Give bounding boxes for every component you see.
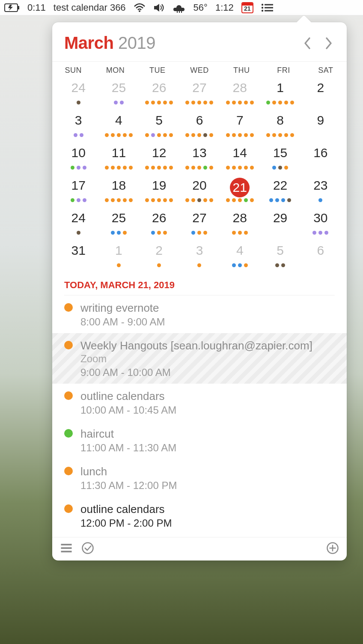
svg-rect-12 (61, 544, 72, 546)
event-dots (260, 133, 300, 137)
event-dot (284, 166, 288, 170)
day-number: 25 (110, 210, 127, 226)
calendar-day[interactable]: 7 (220, 113, 260, 139)
event-dot (203, 198, 207, 202)
calendar-day[interactable]: 27 (179, 80, 220, 107)
calendar-day[interactable]: 30 (301, 210, 341, 237)
calendar-day[interactable]: 24 (58, 210, 98, 237)
calendar-day[interactable]: 13 (179, 145, 220, 172)
calendar-day[interactable]: 29 (260, 210, 300, 237)
calendar-day[interactable]: 15 (260, 145, 300, 172)
event-dots (301, 133, 341, 137)
event-item[interactable]: Weekly Hangouts [sean.loughran@zapier.co… (52, 333, 347, 384)
calendar-day[interactable]: 10 (58, 145, 98, 172)
event-dots (220, 101, 260, 105)
add-event-button[interactable] (326, 542, 339, 555)
calendar-day[interactable]: 26 (139, 210, 179, 237)
calendar-day[interactable]: 25 (98, 210, 139, 237)
event-dots (98, 198, 139, 203)
calendar-day[interactable]: 26 (139, 80, 179, 107)
calendar-day[interactable]: 2 (301, 80, 341, 107)
event-dot (238, 166, 242, 170)
day-number: 23 (312, 178, 329, 193)
calendar-day[interactable]: 19 (139, 178, 179, 204)
calendar-day[interactable]: 4 (98, 113, 139, 139)
calendar-day[interactable]: 14 (220, 145, 260, 172)
event-dots (179, 231, 220, 235)
calendar-day[interactable]: 8 (260, 113, 300, 139)
event-item[interactable]: haircut11:00 AM - 11:30 AM (64, 421, 335, 459)
calendar-day[interactable]: 16 (301, 145, 341, 172)
event-dot (278, 101, 282, 104)
calendar-day[interactable]: 28 (220, 80, 260, 107)
day-number: 26 (151, 80, 168, 95)
day-number: 17 (70, 178, 87, 193)
next-month-button[interactable] (322, 36, 335, 51)
event-dot (74, 133, 77, 137)
event-dots (98, 263, 139, 268)
event-dots (179, 198, 220, 203)
svg-point-2 (139, 10, 140, 12)
event-item[interactable]: outline calendars10:00 AM - 10:45 AM (64, 384, 335, 421)
battery-icon (4, 3, 20, 12)
calendar-day[interactable]: 20 (179, 178, 220, 204)
calendar-day[interactable]: 24 (58, 80, 98, 107)
calendar-day[interactable]: 3 (179, 243, 220, 269)
day-number: 20 (191, 178, 208, 193)
calendar-day[interactable]: 27 (179, 210, 220, 237)
event-dots (301, 166, 341, 170)
menubar-calendar-icon[interactable]: 21 (241, 2, 253, 13)
calendar-day[interactable]: 1 (260, 80, 300, 107)
event-dot (123, 133, 127, 137)
weather-icon[interactable] (173, 3, 186, 13)
calendar-day[interactable]: 11 (98, 145, 139, 172)
calendar-day[interactable]: 23 (301, 178, 341, 204)
menubar-list-icon[interactable] (261, 3, 273, 12)
event-dots (58, 101, 98, 105)
calendar-day[interactable]: 25 (98, 80, 139, 107)
event-dot (129, 133, 133, 137)
calendar-day[interactable]: 21 (220, 178, 260, 204)
calendar-day[interactable]: 4 (220, 243, 260, 269)
day-number: 3 (191, 243, 208, 258)
reminders-button[interactable] (81, 542, 94, 555)
calendar-day[interactable]: 31 (58, 243, 98, 269)
wifi-icon[interactable] (134, 3, 146, 12)
event-color-dot (64, 504, 73, 513)
calendar-day[interactable]: 1 (98, 243, 139, 269)
event-dots (301, 231, 341, 235)
month-nav (301, 36, 335, 51)
calendar-day[interactable]: 5 (260, 243, 300, 269)
calendar-day[interactable]: 5 (139, 113, 179, 139)
prev-month-button[interactable] (301, 36, 314, 51)
calendar-day[interactable]: 6 (301, 243, 341, 269)
event-dots (301, 263, 341, 268)
event-title: outline calendars (80, 503, 335, 516)
event-dots (98, 231, 139, 235)
calendar-day[interactable]: 17 (58, 178, 98, 204)
event-dot (163, 231, 167, 235)
event-dot (111, 231, 115, 235)
calendar-day[interactable]: 18 (98, 178, 139, 204)
day-number: 4 (231, 243, 248, 258)
calendar-day[interactable]: 3 (58, 113, 98, 139)
menubar-countdown[interactable]: 0:11 (27, 2, 46, 13)
day-number: 22 (272, 178, 289, 193)
event-time: 11:00 AM - 11:30 AM (80, 442, 335, 454)
menubar-temperature[interactable]: 56° (193, 2, 208, 13)
volume-icon[interactable] (153, 3, 165, 12)
menubar-event-label[interactable]: test calendar 366 (54, 2, 126, 13)
menu-button[interactable] (60, 542, 73, 555)
event-dot (117, 263, 121, 267)
calendar-day[interactable]: 9 (301, 113, 341, 139)
calendar-day[interactable]: 22 (260, 178, 300, 204)
menubar-clock[interactable]: 1:12 (215, 2, 234, 13)
calendar-day[interactable]: 2 (139, 243, 179, 269)
event-item[interactable]: writing evernote8:00 AM - 9:00 AM (64, 295, 335, 333)
event-item[interactable]: outline calendars12:00 PM - 2:00 PM (64, 497, 335, 534)
calendar-day[interactable]: 28 (220, 210, 260, 237)
event-dot (185, 133, 189, 137)
calendar-day[interactable]: 12 (139, 145, 179, 172)
event-item[interactable]: lunch11:30 AM - 12:00 PM (64, 459, 335, 497)
calendar-day[interactable]: 6 (179, 113, 220, 139)
